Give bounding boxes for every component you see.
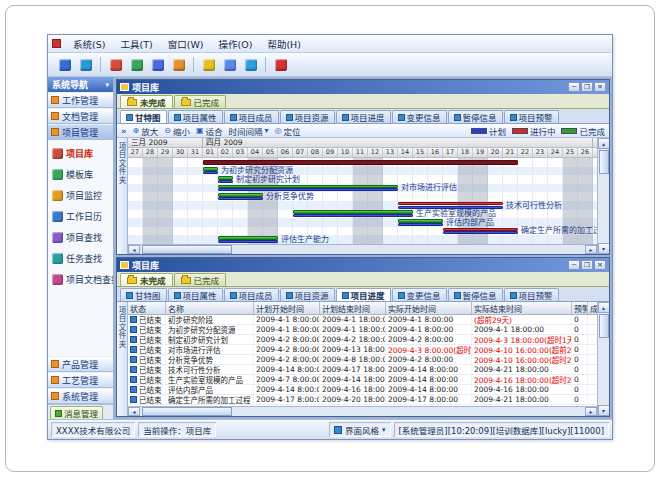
scrollbar-thumb[interactable] — [599, 150, 609, 174]
scrollbar-thumb[interactable] — [142, 245, 232, 254]
table-row-4[interactable]: 已结束分析竞争优势2009-4-2 8:00:002009-4-8 18:00:… — [128, 355, 597, 365]
maximize-button[interactable]: ❐ — [581, 260, 593, 270]
tab-3[interactable]: 项目资源 — [280, 288, 335, 301]
tab-2[interactable]: 项目成员 — [224, 288, 279, 301]
toolbar-button-globe[interactable] — [76, 55, 95, 74]
toolbar-button-tools[interactable] — [169, 55, 188, 74]
toolbar-button-save[interactable] — [55, 55, 74, 74]
tab-5[interactable]: 变更信息 — [392, 288, 447, 301]
toolbar-button-module[interactable] — [127, 55, 146, 74]
sidebar-group-bottom-0[interactable]: 产品管理 — [48, 356, 113, 372]
column-header-1[interactable]: 名称 — [166, 302, 254, 314]
scroll-down-button[interactable]: ▾ — [598, 243, 610, 254]
sidebar-group-bottom-2[interactable]: 系统管理 — [48, 388, 113, 404]
sidebar-group-bottom-1[interactable]: 工艺管理 — [48, 372, 113, 388]
sidebar-group-0[interactable]: 工作管理 — [48, 92, 113, 108]
column-header-4[interactable]: 实际开始时间 — [386, 302, 472, 314]
menu-item-3[interactable]: 操作(O) — [211, 36, 259, 52]
table-row-5[interactable]: 已结束技术可行性分析2009-4-14 8:00:002009-4-17 18:… — [128, 365, 597, 375]
table-row-8[interactable]: 已结束确定生产所需的加工过程2009-4-17 8:00:002009-4-20… — [128, 395, 597, 405]
horizontal-scrollbar[interactable]: ◂▸ — [128, 406, 597, 416]
menu-item-1[interactable]: 工具(T) — [113, 36, 159, 52]
scroll-left-button[interactable]: ◂ — [128, 407, 140, 416]
sidebar-item-3[interactable]: 工作日历 — [50, 206, 111, 227]
table-row-7[interactable]: 已结束评估内部产品2009-4-14 8:00:002009-4-16 18:0… — [128, 385, 597, 395]
sidebar-item-6[interactable]: 项目文档查找 — [50, 269, 111, 290]
file-tab-0[interactable]: 未完成 — [120, 95, 173, 108]
gantt-button-0[interactable]: ⊕放大 — [133, 125, 159, 137]
file-tab-0[interactable]: 未完成 — [120, 273, 173, 286]
toolbar-button-project[interactable] — [106, 55, 125, 74]
sidebar-item-2[interactable]: 项目监控 — [50, 185, 111, 206]
sidebar-item-4[interactable]: 项目查找 — [50, 227, 111, 248]
scrollbar-thumb[interactable] — [142, 407, 232, 416]
column-header-6[interactable]: 预警 — [572, 302, 588, 314]
toolbar-button-exit[interactable] — [271, 55, 290, 74]
table-row-6[interactable]: 已结束生产实验室规模的产品2009-4-7 8:00:002009-4-14 1… — [128, 375, 597, 385]
gantt-button-4[interactable]: ◎定位 — [275, 125, 301, 137]
file-tab-1[interactable]: 已完成 — [174, 273, 227, 286]
vertical-scrollbar[interactable]: ▴▾ — [597, 138, 609, 254]
close-button[interactable]: ✕ — [594, 260, 606, 270]
toolbar-button-message[interactable] — [220, 55, 239, 74]
scroll-up-button[interactable]: ▴ — [598, 138, 610, 149]
sidebar-tab-messages[interactable]: 消息管理 — [50, 406, 103, 419]
tab-4[interactable]: 项目进度 — [336, 110, 391, 123]
menu-item-2[interactable]: 窗口(W) — [161, 36, 211, 52]
minimize-button[interactable]: ─ — [568, 260, 580, 270]
tab-5[interactable]: 变更信息 — [392, 110, 447, 123]
column-header-2[interactable]: 计划开始时间 — [254, 302, 320, 314]
table-row-2[interactable]: 已结束制定初步研究计划2009-4-2 8:00:002009-4-2 18:0… — [128, 335, 597, 345]
task-bar-7[interactable] — [398, 219, 443, 223]
task-bar-5[interactable] — [398, 202, 503, 206]
vertical-scrollbar[interactable]: ▴▾ — [597, 302, 609, 416]
table-row-3[interactable]: 已结束对市场进行评估2009-4-2 8:00:002009-4-13 18:0… — [128, 345, 597, 355]
tab-7[interactable]: 项目预警 — [504, 110, 559, 123]
sidebar-item-5[interactable]: 任务查找 — [50, 248, 111, 269]
folder-panel-tab[interactable]: 项目文件夹 — [117, 302, 128, 416]
minimize-button[interactable]: ─ — [568, 82, 580, 92]
tab-1[interactable]: 项目属性 — [168, 110, 223, 123]
sidebar-group-1[interactable]: 文档管理 — [48, 108, 113, 124]
scroll-down-button[interactable]: ▾ — [598, 405, 610, 416]
tab-4[interactable]: 项目进度 — [336, 288, 391, 301]
horizontal-scrollbar[interactable]: ◂▸ — [128, 244, 597, 254]
maximize-button[interactable]: ❐ — [581, 82, 593, 92]
toolbar-button-lock[interactable] — [199, 55, 218, 74]
table-row-0[interactable]: 已结束初步研究阶段2009-4-1 8:00:002009-4-1 18:00:… — [128, 315, 597, 325]
chevron-down-icon[interactable]: ▾ — [105, 81, 109, 89]
toolbar-button-report[interactable] — [148, 55, 167, 74]
menu-item-4[interactable]: 帮助(H) — [260, 36, 308, 52]
tab-0[interactable]: 甘特图 — [120, 288, 167, 301]
table-row-1[interactable]: 已结束为初步研究分配资源2009-4-1 8:00:002009-4-1 18:… — [128, 325, 597, 335]
task-bar-2[interactable] — [218, 176, 233, 180]
file-tab-1[interactable]: 已完成 — [174, 95, 227, 108]
column-header-3[interactable]: 计划结束时间 — [320, 302, 386, 314]
sidebar-item-0[interactable]: 项目库 — [50, 143, 111, 164]
tab-3[interactable]: 项目资源 — [280, 110, 335, 123]
gantt-button-3[interactable]: 时间间隔▾ — [229, 125, 269, 137]
tab-7[interactable]: 项目预警 — [504, 288, 559, 301]
sidebar-group-2[interactable]: 项目管理 — [48, 124, 113, 140]
summary-bar[interactable] — [203, 160, 518, 165]
column-header-7[interactable]: 成 — [588, 302, 597, 314]
folder-panel-tab[interactable]: 项目文件夹 — [117, 138, 128, 254]
sidebar-item-1[interactable]: 模板库 — [50, 164, 111, 185]
gantt-button-2[interactable]: ▣适合 — [196, 125, 223, 137]
column-header-5[interactable]: 实际结束时间 — [472, 302, 572, 314]
scroll-up-button[interactable]: ▴ — [598, 302, 610, 313]
close-button[interactable]: ✕ — [594, 82, 606, 92]
scroll-left-button[interactable]: ◂ — [128, 245, 140, 254]
toolbar-button-info[interactable] — [241, 55, 260, 74]
scroll-right-button[interactable]: ▸ — [585, 245, 597, 254]
column-header-0[interactable]: 状态 — [128, 302, 166, 314]
tab-0[interactable]: 甘特图 — [120, 110, 167, 123]
gantt-button-1[interactable]: ⊖缩小 — [164, 125, 190, 137]
tab-1[interactable]: 项目属性 — [168, 288, 223, 301]
scrollbar-thumb[interactable] — [599, 314, 609, 338]
tab-2[interactable]: 项目成员 — [224, 110, 279, 123]
scroll-right-button[interactable]: ▸ — [585, 407, 597, 416]
ui-style-selector[interactable]: 界面风格 ▾ — [329, 422, 391, 437]
menu-item-0[interactable]: 系统(S) — [66, 36, 112, 52]
tab-6[interactable]: 暂停信息 — [448, 288, 503, 301]
